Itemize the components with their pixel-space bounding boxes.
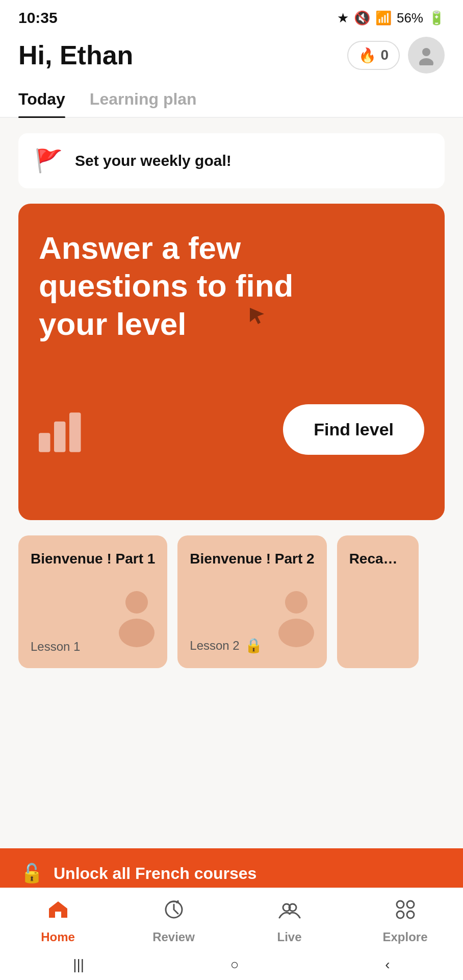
svg-point-0 bbox=[422, 48, 430, 56]
nav-live[interactable]: Live bbox=[264, 898, 315, 944]
streak-badge[interactable]: 🔥 0 bbox=[347, 41, 400, 70]
lesson-card-3[interactable]: Reca… bbox=[337, 535, 419, 668]
lesson-card-1[interactable]: Bienvenue ! Part 1 Lesson 1 bbox=[18, 535, 167, 668]
svg-point-15 bbox=[397, 911, 404, 918]
lesson-1-title: Bienvenue ! Part 1 bbox=[31, 550, 155, 568]
tabs: Today Learning plan bbox=[0, 82, 463, 118]
header: Hi, Ethan 🔥 0 bbox=[0, 32, 463, 82]
nav-review-label: Review bbox=[152, 930, 195, 944]
review-icon bbox=[163, 898, 185, 926]
svg-rect-5 bbox=[69, 412, 81, 452]
nav-live-label: Live bbox=[277, 930, 301, 944]
bluetooth-icon: ★ bbox=[337, 10, 349, 26]
header-actions: 🔥 0 bbox=[347, 37, 445, 74]
tab-today[interactable]: Today bbox=[18, 82, 65, 117]
sys-nav-back[interactable]: ‹ bbox=[385, 957, 390, 973]
svg-point-7 bbox=[119, 619, 155, 647]
system-nav: ||| ○ ‹ bbox=[0, 949, 463, 980]
lesson-1-subtitle: Lesson 1 bbox=[31, 640, 80, 654]
bottom-nav: Home Review Live bbox=[0, 888, 463, 949]
level-card-bottom: Find level bbox=[39, 404, 424, 455]
flame-icon: 🔥 bbox=[358, 47, 376, 64]
lesson-card-2[interactable]: Bienvenue ! Part 2 Lesson 2 🔒 bbox=[177, 535, 326, 668]
greeting-text: Hi, Ethan bbox=[18, 40, 133, 70]
nav-explore[interactable]: Explore bbox=[380, 898, 431, 944]
battery-text: 56% bbox=[397, 10, 423, 26]
wifi-icon: 📶 bbox=[375, 10, 392, 26]
tab-learning-plan[interactable]: Learning plan bbox=[90, 82, 197, 117]
svg-point-13 bbox=[397, 901, 404, 908]
lessons-row: Bienvenue ! Part 1 Lesson 1 Bienvenue ! … bbox=[18, 535, 445, 673]
sys-nav-menu[interactable]: ||| bbox=[73, 957, 84, 973]
svg-point-8 bbox=[285, 591, 307, 614]
battery-icon: 🔋 bbox=[428, 10, 445, 26]
level-card[interactable]: Answer a few questions to find your leve… bbox=[18, 204, 445, 520]
status-bar: 10:35 ★ 🔇 📶 56% 🔋 bbox=[0, 0, 463, 32]
svg-point-16 bbox=[407, 911, 414, 918]
nav-review[interactable]: Review bbox=[148, 898, 199, 944]
lesson-2-avatar bbox=[271, 587, 322, 658]
volume-icon: 🔇 bbox=[354, 10, 370, 26]
lesson-2-title: Bienvenue ! Part 2 bbox=[190, 550, 314, 568]
find-level-button[interactable]: Find level bbox=[283, 404, 424, 455]
explore-icon bbox=[394, 898, 417, 926]
svg-rect-3 bbox=[39, 433, 50, 452]
svg-point-6 bbox=[125, 591, 148, 614]
nav-home-label: Home bbox=[41, 930, 75, 944]
lesson-3-title: Reca… bbox=[349, 550, 406, 568]
home-icon bbox=[47, 898, 69, 926]
svg-point-14 bbox=[407, 901, 414, 908]
lock-icon-2: 🔒 bbox=[245, 637, 263, 654]
live-icon bbox=[278, 898, 301, 926]
weekly-goal-banner[interactable]: 🚩 Set your weekly goal! bbox=[18, 133, 445, 188]
nav-explore-label: Explore bbox=[382, 930, 427, 944]
flag-icon: 🚩 bbox=[35, 148, 63, 174]
main-content: 🚩 Set your weekly goal! Answer a few que… bbox=[0, 118, 463, 894]
lesson-1-avatar bbox=[111, 587, 162, 658]
status-icons: ★ 🔇 📶 56% 🔋 bbox=[337, 10, 445, 26]
lesson-2-subtitle: Lesson 2 🔒 bbox=[190, 637, 262, 654]
svg-point-9 bbox=[278, 619, 314, 647]
unlock-text: Unlock all French courses bbox=[54, 864, 256, 883]
sys-nav-home[interactable]: ○ bbox=[230, 957, 239, 973]
streak-count: 0 bbox=[380, 47, 389, 63]
nav-home[interactable]: Home bbox=[33, 898, 84, 944]
unlock-icon: 🔓 bbox=[20, 863, 43, 884]
level-card-title: Answer a few questions to find your leve… bbox=[39, 229, 335, 343]
chart-icon bbox=[39, 407, 90, 455]
profile-button[interactable] bbox=[408, 37, 445, 74]
svg-rect-4 bbox=[54, 422, 66, 452]
weekly-goal-text: Set your weekly goal! bbox=[75, 152, 232, 169]
status-time: 10:35 bbox=[18, 9, 58, 27]
svg-point-1 bbox=[419, 58, 433, 65]
